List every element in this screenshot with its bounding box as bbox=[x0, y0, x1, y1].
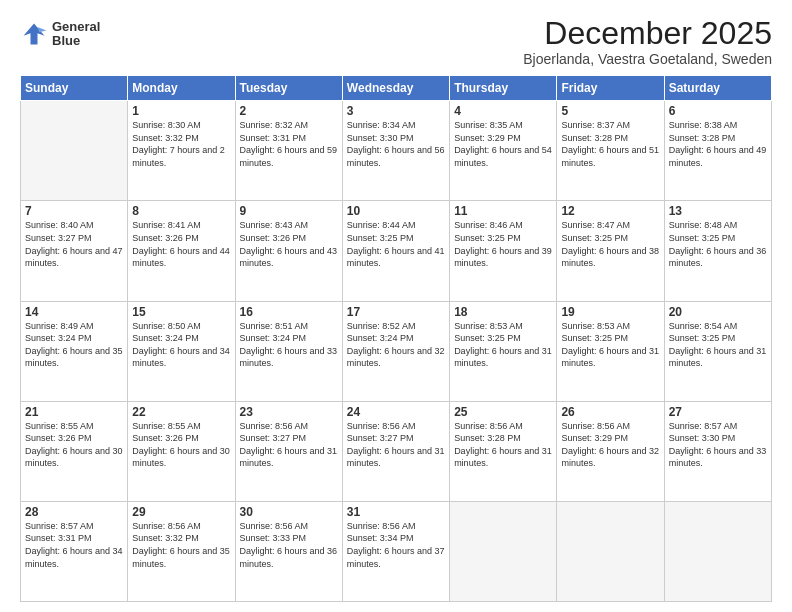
day-info: Sunrise: 8:47 AMSunset: 3:25 PMDaylight:… bbox=[561, 219, 659, 269]
calendar-cell bbox=[21, 101, 128, 201]
day-number: 29 bbox=[132, 505, 230, 519]
title-block: December 2025 Bjoerlanda, Vaestra Goetal… bbox=[523, 16, 772, 67]
day-number: 21 bbox=[25, 405, 123, 419]
day-info: Sunrise: 8:56 AMSunset: 3:32 PMDaylight:… bbox=[132, 520, 230, 570]
calendar-cell: 15Sunrise: 8:50 AMSunset: 3:24 PMDayligh… bbox=[128, 301, 235, 401]
day-info: Sunrise: 8:56 AMSunset: 3:29 PMDaylight:… bbox=[561, 420, 659, 470]
calendar-cell: 10Sunrise: 8:44 AMSunset: 3:25 PMDayligh… bbox=[342, 201, 449, 301]
day-number: 9 bbox=[240, 204, 338, 218]
day-info: Sunrise: 8:40 AMSunset: 3:27 PMDaylight:… bbox=[25, 219, 123, 269]
calendar-cell: 23Sunrise: 8:56 AMSunset: 3:27 PMDayligh… bbox=[235, 401, 342, 501]
calendar-cell: 9Sunrise: 8:43 AMSunset: 3:26 PMDaylight… bbox=[235, 201, 342, 301]
subtitle: Bjoerlanda, Vaestra Goetaland, Sweden bbox=[523, 51, 772, 67]
day-info: Sunrise: 8:43 AMSunset: 3:26 PMDaylight:… bbox=[240, 219, 338, 269]
day-header-saturday: Saturday bbox=[664, 76, 771, 101]
week-row-3: 14Sunrise: 8:49 AMSunset: 3:24 PMDayligh… bbox=[21, 301, 772, 401]
day-info: Sunrise: 8:53 AMSunset: 3:25 PMDaylight:… bbox=[454, 320, 552, 370]
day-number: 15 bbox=[132, 305, 230, 319]
day-number: 8 bbox=[132, 204, 230, 218]
day-header-sunday: Sunday bbox=[21, 76, 128, 101]
day-info: Sunrise: 8:34 AMSunset: 3:30 PMDaylight:… bbox=[347, 119, 445, 169]
calendar-cell: 2Sunrise: 8:32 AMSunset: 3:31 PMDaylight… bbox=[235, 101, 342, 201]
week-row-1: 1Sunrise: 8:30 AMSunset: 3:32 PMDaylight… bbox=[21, 101, 772, 201]
calendar-cell: 30Sunrise: 8:56 AMSunset: 3:33 PMDayligh… bbox=[235, 501, 342, 601]
day-info: Sunrise: 8:55 AMSunset: 3:26 PMDaylight:… bbox=[25, 420, 123, 470]
main-title: December 2025 bbox=[523, 16, 772, 51]
calendar-cell bbox=[557, 501, 664, 601]
day-number: 13 bbox=[669, 204, 767, 218]
calendar-cell: 12Sunrise: 8:47 AMSunset: 3:25 PMDayligh… bbox=[557, 201, 664, 301]
calendar-cell: 19Sunrise: 8:53 AMSunset: 3:25 PMDayligh… bbox=[557, 301, 664, 401]
calendar-cell: 16Sunrise: 8:51 AMSunset: 3:24 PMDayligh… bbox=[235, 301, 342, 401]
logo-text: General Blue bbox=[52, 20, 100, 49]
day-number: 2 bbox=[240, 104, 338, 118]
day-number: 31 bbox=[347, 505, 445, 519]
calendar-cell: 11Sunrise: 8:46 AMSunset: 3:25 PMDayligh… bbox=[450, 201, 557, 301]
day-info: Sunrise: 8:49 AMSunset: 3:24 PMDaylight:… bbox=[25, 320, 123, 370]
week-row-5: 28Sunrise: 8:57 AMSunset: 3:31 PMDayligh… bbox=[21, 501, 772, 601]
calendar-header-row: SundayMondayTuesdayWednesdayThursdayFrid… bbox=[21, 76, 772, 101]
day-number: 23 bbox=[240, 405, 338, 419]
day-header-monday: Monday bbox=[128, 76, 235, 101]
day-info: Sunrise: 8:41 AMSunset: 3:26 PMDaylight:… bbox=[132, 219, 230, 269]
calendar-cell: 4Sunrise: 8:35 AMSunset: 3:29 PMDaylight… bbox=[450, 101, 557, 201]
calendar-cell: 31Sunrise: 8:56 AMSunset: 3:34 PMDayligh… bbox=[342, 501, 449, 601]
day-number: 19 bbox=[561, 305, 659, 319]
day-info: Sunrise: 8:48 AMSunset: 3:25 PMDaylight:… bbox=[669, 219, 767, 269]
day-header-friday: Friday bbox=[557, 76, 664, 101]
calendar-cell: 7Sunrise: 8:40 AMSunset: 3:27 PMDaylight… bbox=[21, 201, 128, 301]
day-number: 17 bbox=[347, 305, 445, 319]
day-number: 26 bbox=[561, 405, 659, 419]
day-number: 7 bbox=[25, 204, 123, 218]
calendar-table: SundayMondayTuesdayWednesdayThursdayFrid… bbox=[20, 75, 772, 602]
page: General Blue December 2025 Bjoerlanda, V… bbox=[0, 0, 792, 612]
day-info: Sunrise: 8:30 AMSunset: 3:32 PMDaylight:… bbox=[132, 119, 230, 169]
calendar-cell: 3Sunrise: 8:34 AMSunset: 3:30 PMDaylight… bbox=[342, 101, 449, 201]
day-info: Sunrise: 8:56 AMSunset: 3:33 PMDaylight:… bbox=[240, 520, 338, 570]
day-info: Sunrise: 8:53 AMSunset: 3:25 PMDaylight:… bbox=[561, 320, 659, 370]
day-number: 25 bbox=[454, 405, 552, 419]
calendar-cell: 21Sunrise: 8:55 AMSunset: 3:26 PMDayligh… bbox=[21, 401, 128, 501]
day-info: Sunrise: 8:57 AMSunset: 3:30 PMDaylight:… bbox=[669, 420, 767, 470]
day-info: Sunrise: 8:52 AMSunset: 3:24 PMDaylight:… bbox=[347, 320, 445, 370]
day-number: 10 bbox=[347, 204, 445, 218]
day-header-thursday: Thursday bbox=[450, 76, 557, 101]
calendar-cell: 24Sunrise: 8:56 AMSunset: 3:27 PMDayligh… bbox=[342, 401, 449, 501]
day-number: 28 bbox=[25, 505, 123, 519]
day-info: Sunrise: 8:38 AMSunset: 3:28 PMDaylight:… bbox=[669, 119, 767, 169]
day-header-wednesday: Wednesday bbox=[342, 76, 449, 101]
calendar-cell bbox=[664, 501, 771, 601]
calendar-cell: 1Sunrise: 8:30 AMSunset: 3:32 PMDaylight… bbox=[128, 101, 235, 201]
day-info: Sunrise: 8:35 AMSunset: 3:29 PMDaylight:… bbox=[454, 119, 552, 169]
week-row-2: 7Sunrise: 8:40 AMSunset: 3:27 PMDaylight… bbox=[21, 201, 772, 301]
day-header-tuesday: Tuesday bbox=[235, 76, 342, 101]
svg-marker-0 bbox=[24, 24, 45, 45]
calendar-cell: 14Sunrise: 8:49 AMSunset: 3:24 PMDayligh… bbox=[21, 301, 128, 401]
calendar-cell: 8Sunrise: 8:41 AMSunset: 3:26 PMDaylight… bbox=[128, 201, 235, 301]
week-row-4: 21Sunrise: 8:55 AMSunset: 3:26 PMDayligh… bbox=[21, 401, 772, 501]
day-number: 22 bbox=[132, 405, 230, 419]
day-number: 16 bbox=[240, 305, 338, 319]
day-info: Sunrise: 8:56 AMSunset: 3:28 PMDaylight:… bbox=[454, 420, 552, 470]
day-number: 3 bbox=[347, 104, 445, 118]
day-number: 6 bbox=[669, 104, 767, 118]
day-info: Sunrise: 8:56 AMSunset: 3:27 PMDaylight:… bbox=[347, 420, 445, 470]
calendar-cell: 29Sunrise: 8:56 AMSunset: 3:32 PMDayligh… bbox=[128, 501, 235, 601]
logo-line2: Blue bbox=[52, 34, 100, 48]
calendar-cell: 27Sunrise: 8:57 AMSunset: 3:30 PMDayligh… bbox=[664, 401, 771, 501]
calendar-cell: 28Sunrise: 8:57 AMSunset: 3:31 PMDayligh… bbox=[21, 501, 128, 601]
day-number: 18 bbox=[454, 305, 552, 319]
day-info: Sunrise: 8:57 AMSunset: 3:31 PMDaylight:… bbox=[25, 520, 123, 570]
logo-line1: General bbox=[52, 20, 100, 34]
day-info: Sunrise: 8:50 AMSunset: 3:24 PMDaylight:… bbox=[132, 320, 230, 370]
day-info: Sunrise: 8:32 AMSunset: 3:31 PMDaylight:… bbox=[240, 119, 338, 169]
day-number: 20 bbox=[669, 305, 767, 319]
day-number: 11 bbox=[454, 204, 552, 218]
logo-icon bbox=[20, 20, 48, 48]
day-info: Sunrise: 8:54 AMSunset: 3:25 PMDaylight:… bbox=[669, 320, 767, 370]
logo: General Blue bbox=[20, 20, 100, 49]
day-info: Sunrise: 8:56 AMSunset: 3:34 PMDaylight:… bbox=[347, 520, 445, 570]
day-info: Sunrise: 8:56 AMSunset: 3:27 PMDaylight:… bbox=[240, 420, 338, 470]
day-info: Sunrise: 8:44 AMSunset: 3:25 PMDaylight:… bbox=[347, 219, 445, 269]
calendar-cell: 5Sunrise: 8:37 AMSunset: 3:28 PMDaylight… bbox=[557, 101, 664, 201]
